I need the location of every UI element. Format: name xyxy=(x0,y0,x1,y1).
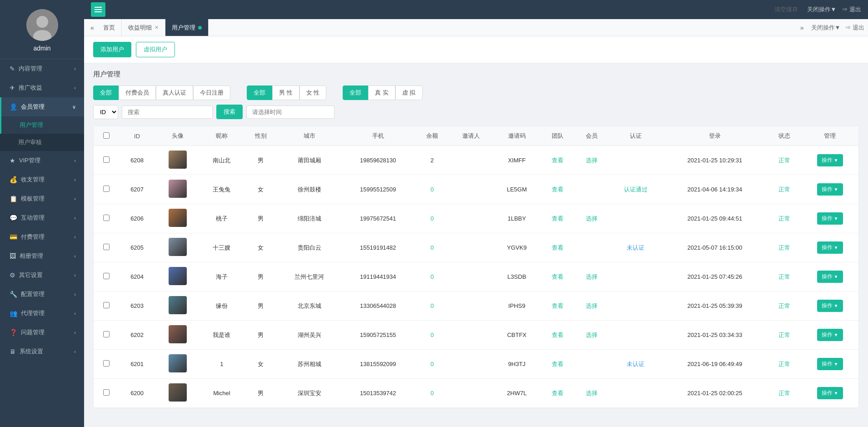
tab-user-manage[interactable]: 用户管理 xyxy=(165,19,209,36)
op-button[interactable]: 操作▼ xyxy=(817,241,843,254)
date-picker[interactable] xyxy=(246,105,334,119)
team-link[interactable]: 查看 xyxy=(552,186,564,193)
row-select-checkbox[interactable] xyxy=(103,244,110,250)
row-select-checkbox[interactable] xyxy=(103,273,110,279)
exit-button[interactable]: ⇒ 退出 xyxy=(842,5,861,14)
vip-select[interactable]: 选择 xyxy=(586,273,598,280)
team-link[interactable]: 查看 xyxy=(552,302,564,309)
team-link[interactable]: 查看 xyxy=(552,273,564,280)
vip-select[interactable]: 选择 xyxy=(586,390,598,397)
row-vip[interactable]: 选择 xyxy=(575,204,609,233)
row-op[interactable]: 操作▼ xyxy=(801,262,858,291)
team-link[interactable]: 查看 xyxy=(552,244,564,251)
filter-virtual[interactable]: 虚 拟 xyxy=(395,85,423,100)
sidebar-item-content[interactable]: ✎ 内容管理 ‹ xyxy=(0,59,84,78)
sidebar-item-revenue[interactable]: 💰 收支管理 ‹ xyxy=(0,170,84,189)
close-ops-tab-button[interactable]: 关闭操作▼ xyxy=(811,24,841,32)
op-button[interactable]: 操作▼ xyxy=(817,358,843,370)
filter-all-2[interactable]: 全部 xyxy=(247,85,272,100)
row-select-checkbox[interactable] xyxy=(103,156,110,163)
row-team[interactable]: 查看 xyxy=(541,146,575,175)
tab-earnings-close[interactable]: ✕ xyxy=(155,25,159,30)
row-vip[interactable] xyxy=(575,350,609,379)
vip-select[interactable]: 选择 xyxy=(586,157,598,164)
tab-next-button[interactable]: » xyxy=(798,22,807,33)
row-team[interactable]: 查看 xyxy=(541,291,575,321)
team-link[interactable]: 查看 xyxy=(552,157,564,164)
sidebar-item-user-review[interactable]: 用户审核 xyxy=(0,134,84,151)
row-vip[interactable]: 选择 xyxy=(575,146,609,175)
filter-real[interactable]: 真 实 xyxy=(368,85,395,100)
search-field-select[interactable]: ID xyxy=(93,105,118,119)
team-link[interactable]: 查看 xyxy=(552,215,564,222)
filter-paid-member[interactable]: 付费会员 xyxy=(119,85,156,100)
row-op[interactable]: 操作▼ xyxy=(801,291,858,321)
row-vip[interactable] xyxy=(575,175,609,204)
row-vip[interactable]: 选择 xyxy=(575,321,609,350)
row-team[interactable]: 查看 xyxy=(541,262,575,291)
op-button[interactable]: 操作▼ xyxy=(817,329,843,341)
tab-prev-button[interactable]: « xyxy=(88,22,97,33)
op-button[interactable]: 操作▼ xyxy=(817,154,843,166)
filter-male[interactable]: 男 性 xyxy=(272,85,299,100)
row-select-checkbox[interactable] xyxy=(103,186,110,192)
clear-cache-button[interactable]: 清空缓存 xyxy=(771,4,802,15)
op-button[interactable]: 操作▼ xyxy=(817,183,843,196)
row-op[interactable]: 操作▼ xyxy=(801,379,858,408)
sidebar-item-issue[interactable]: ❓ 问题管理 ‹ xyxy=(0,323,84,342)
tab-home[interactable]: 首页 xyxy=(97,19,122,36)
row-op[interactable]: 操作▼ xyxy=(801,233,858,262)
sidebar-item-interact[interactable]: 💬 互动管理 ‹ xyxy=(0,208,84,227)
tab-earnings[interactable]: 收益明细 ✕ xyxy=(122,19,165,36)
row-vip[interactable]: 选择 xyxy=(575,291,609,321)
row-select-checkbox[interactable] xyxy=(103,215,110,221)
row-team[interactable]: 查看 xyxy=(541,379,575,408)
exit-tab-button[interactable]: ⇒ 退出 xyxy=(845,24,864,32)
sidebar-item-payment[interactable]: 💳 付费管理 ‹ xyxy=(0,227,84,246)
row-team[interactable]: 查看 xyxy=(541,321,575,350)
filter-female[interactable]: 女 性 xyxy=(299,85,327,100)
team-link[interactable]: 查看 xyxy=(552,390,564,397)
sidebar-item-user-manage[interactable]: 用户管理 xyxy=(0,116,84,134)
row-op[interactable]: 操作▼ xyxy=(801,350,858,379)
sidebar-item-member[interactable]: 👤 会员管理 ∨ xyxy=(0,97,84,116)
sidebar-item-other[interactable]: ⚙ 其它设置 ‹ xyxy=(0,266,84,285)
filter-all-1[interactable]: 全部 xyxy=(93,85,119,100)
row-team[interactable]: 查看 xyxy=(541,175,575,204)
filter-real-cert[interactable]: 真人认证 xyxy=(156,85,193,100)
team-link[interactable]: 查看 xyxy=(552,361,564,367)
row-op[interactable]: 操作▼ xyxy=(801,146,858,175)
sidebar-item-album[interactable]: 🖼 相册管理 ‹ xyxy=(0,246,84,266)
row-vip[interactable] xyxy=(575,233,609,262)
row-select-checkbox[interactable] xyxy=(103,360,110,367)
op-button[interactable]: 操作▼ xyxy=(817,300,843,312)
row-vip[interactable]: 选择 xyxy=(575,262,609,291)
op-button[interactable]: 操作▼ xyxy=(817,387,843,399)
sidebar-item-agent[interactable]: 👥 代理管理 ‹ xyxy=(0,304,84,323)
sidebar-item-config[interactable]: 🔧 配置管理 ‹ xyxy=(0,285,84,304)
row-vip[interactable]: 选择 xyxy=(575,379,609,408)
row-select-checkbox[interactable] xyxy=(103,302,110,308)
select-all-checkbox[interactable] xyxy=(103,132,110,139)
row-op[interactable]: 操作▼ xyxy=(801,204,858,233)
row-team[interactable]: 查看 xyxy=(541,350,575,379)
vip-select[interactable]: 选择 xyxy=(586,332,598,338)
add-user-button[interactable]: 添加用户 xyxy=(93,42,131,57)
op-button[interactable]: 操作▼ xyxy=(817,212,843,225)
vip-select[interactable]: 选择 xyxy=(586,215,598,222)
row-team[interactable]: 查看 xyxy=(541,233,575,262)
sidebar-item-promo[interactable]: ✈ 推广收益 ‹ xyxy=(0,78,84,97)
virtual-user-button[interactable]: 虚拟用户 xyxy=(136,42,175,57)
op-button[interactable]: 操作▼ xyxy=(817,271,843,283)
team-link[interactable]: 查看 xyxy=(552,332,564,338)
search-button[interactable]: 搜索 xyxy=(216,105,243,119)
filter-today-reg[interactable]: 今日注册 xyxy=(193,85,230,100)
row-op[interactable]: 操作▼ xyxy=(801,175,858,204)
sidebar-item-vip[interactable]: ★ VIP管理 ‹ xyxy=(0,151,84,170)
close-ops-button[interactable]: 关闭操作▼ xyxy=(807,5,837,14)
filter-all-3[interactable]: 全部 xyxy=(343,85,368,100)
row-select-checkbox[interactable] xyxy=(103,331,110,337)
row-team[interactable]: 查看 xyxy=(541,204,575,233)
sidebar-item-template[interactable]: 📋 模板管理 ‹ xyxy=(0,189,84,208)
sidebar-item-system[interactable]: 🖥 系统设置 ‹ xyxy=(0,342,84,361)
